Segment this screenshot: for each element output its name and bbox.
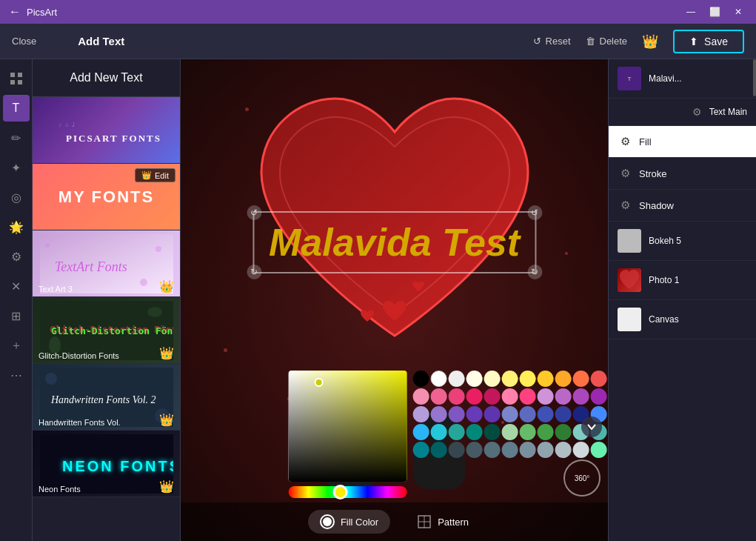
layer-setting-shadow[interactable]: ⚙ Shadow bbox=[609, 190, 756, 222]
gradient-handle[interactable] bbox=[314, 378, 323, 387]
minimize-button[interactable]: — bbox=[682, 3, 700, 21]
swatch-bluegray1[interactable] bbox=[448, 442, 464, 458]
swatch-bluegray4[interactable] bbox=[501, 442, 518, 458]
swatch-accent-pink[interactable] bbox=[519, 388, 535, 405]
swatch-lightpink[interactable] bbox=[501, 388, 518, 405]
tool-add[interactable]: ＋ bbox=[3, 332, 30, 359]
reset-button[interactable]: ↺ Reset bbox=[533, 36, 571, 47]
scroll-down-button[interactable] bbox=[581, 416, 602, 437]
swatch-lightyellow[interactable] bbox=[466, 371, 482, 387]
tool-selection[interactable]: ⊞ bbox=[3, 302, 30, 329]
hue-slider[interactable] bbox=[288, 486, 407, 498]
add-new-text-label[interactable]: Add New Text bbox=[33, 59, 180, 97]
swatch-green2[interactable] bbox=[537, 424, 553, 440]
maximize-button[interactable]: ⬜ bbox=[706, 3, 723, 21]
layer-setting-stroke[interactable]: ⚙ Stroke bbox=[609, 158, 756, 190]
swatch-lightbluegray[interactable] bbox=[555, 442, 571, 458]
color-gradient-picker[interactable] bbox=[288, 371, 407, 482]
swatch-indigo2[interactable] bbox=[501, 406, 518, 422]
swatch-cyan1[interactable] bbox=[412, 424, 429, 440]
swatch-lightblue2[interactable] bbox=[572, 442, 589, 458]
swatch-amber[interactable] bbox=[537, 371, 553, 387]
tool-adjust[interactable]: ⚙ bbox=[3, 243, 30, 270]
swatch-violet3[interactable] bbox=[466, 406, 482, 422]
tool-text[interactable]: T bbox=[3, 95, 30, 122]
swatch-blue2[interactable] bbox=[555, 406, 571, 422]
font-item-neon[interactable]: NEON FONTS Neon Fonts 👑 bbox=[33, 431, 180, 497]
gear-icon-fill[interactable]: ⚙ bbox=[620, 135, 630, 148]
edit-myfonts-button[interactable]: 👑 Edit bbox=[135, 168, 175, 182]
layer-item-text[interactable]: T Malavi... bbox=[609, 59, 756, 99]
hue-handle[interactable] bbox=[333, 485, 348, 499]
swatch-cyan2[interactable] bbox=[430, 424, 446, 440]
swatch-pink3[interactable] bbox=[448, 388, 464, 405]
swatch-pink5[interactable] bbox=[484, 388, 500, 405]
fill-color-tab[interactable]: Fill Color bbox=[308, 510, 390, 534]
swatch-purple3[interactable] bbox=[572, 388, 589, 405]
swatch-darkercyan[interactable] bbox=[430, 442, 446, 458]
layer-item-bokeh[interactable]: Bokeh 5 bbox=[609, 222, 756, 261]
font-item-myfonts[interactable]: MY FONTS 👑 Edit bbox=[33, 164, 180, 230]
swatch-yellow2[interactable] bbox=[501, 371, 518, 387]
swatch-indigo3[interactable] bbox=[519, 406, 535, 422]
handle-rotate-br[interactable]: ↻ bbox=[527, 265, 542, 279]
swatch-teal1[interactable] bbox=[448, 424, 464, 440]
font-item-textart[interactable]: TextArt Fonts Text Art 3 👑 bbox=[33, 230, 180, 297]
swatch-pink4[interactable] bbox=[466, 388, 482, 405]
handle-rotate-bl[interactable]: ↻ bbox=[247, 265, 261, 279]
swatch-deeporange[interactable] bbox=[572, 371, 589, 387]
scrollbar-thumb[interactable] bbox=[753, 59, 756, 96]
swatch-violet1[interactable] bbox=[430, 406, 446, 422]
delete-button[interactable]: 🗑 Delete bbox=[586, 36, 628, 47]
swatch-lightgreen2[interactable] bbox=[590, 442, 606, 458]
font-item-picsart[interactable]: ♪ ♫ ♩ PICSART FONTS bbox=[33, 97, 180, 164]
back-icon[interactable]: ← bbox=[9, 5, 21, 19]
swatch-purple2[interactable] bbox=[555, 388, 571, 405]
swatch-darkteal[interactable] bbox=[484, 424, 500, 440]
swatch-yellow3[interactable] bbox=[519, 371, 535, 387]
swatch-lavender[interactable] bbox=[412, 406, 429, 422]
swatch-purple4[interactable] bbox=[590, 388, 606, 405]
layer-item-photo[interactable]: Photo 1 bbox=[609, 261, 756, 300]
swatch-gray1[interactable] bbox=[519, 442, 535, 458]
handle-rotate-tr[interactable]: ↺ bbox=[527, 205, 542, 220]
tool-shapes[interactable]: ◎ bbox=[3, 184, 30, 210]
swatch-lightgreen[interactable] bbox=[501, 424, 518, 440]
layer-setting-fill[interactable]: ⚙ Fill bbox=[609, 126, 756, 158]
font-item-handwritten[interactable]: Handwritten Fonts Vol. 2 Handwritten Fon… bbox=[33, 364, 180, 431]
layer-item-text-main[interactable]: ⚙ Text Main bbox=[609, 99, 756, 126]
close-button[interactable]: Close bbox=[12, 36, 36, 47]
swatch-blue1[interactable] bbox=[537, 406, 553, 422]
gear-icon-shadow[interactable]: ⚙ bbox=[620, 199, 630, 212]
swatch-darkcyan[interactable] bbox=[412, 442, 429, 458]
gear-icon-text-main[interactable]: ⚙ bbox=[692, 106, 702, 118]
save-button[interactable]: ⬆ Save bbox=[673, 30, 744, 53]
tool-more[interactable]: ⋯ bbox=[3, 362, 30, 388]
swatch-white[interactable] bbox=[430, 371, 446, 387]
swatch-bluegray2[interactable] bbox=[466, 442, 482, 458]
swatch-indigo1[interactable] bbox=[484, 406, 500, 422]
tool-stickers[interactable]: 🌟 bbox=[3, 213, 30, 240]
swatch-orange1[interactable] bbox=[555, 371, 571, 387]
swatch-pink1[interactable] bbox=[412, 388, 429, 405]
window-close-button[interactable]: ✕ bbox=[729, 3, 747, 21]
swatch-yellow1[interactable] bbox=[484, 371, 500, 387]
swatch-pink2[interactable] bbox=[430, 388, 446, 405]
gear-icon-stroke[interactable]: ⚙ bbox=[620, 167, 630, 180]
swatch-green1[interactable] bbox=[519, 424, 535, 440]
swatch-black[interactable] bbox=[412, 371, 429, 387]
text-selection-box[interactable]: ↺ ↺ ↻ ↻ Malavida Test bbox=[252, 211, 536, 273]
swatch-purple1[interactable] bbox=[537, 388, 553, 405]
swatch-bluegray3[interactable] bbox=[484, 442, 500, 458]
swatch-teal2[interactable] bbox=[466, 424, 482, 440]
tool-eraser[interactable]: ✕ bbox=[3, 273, 30, 299]
tool-draw[interactable]: ✏ bbox=[3, 125, 30, 151]
swatch-lightgray[interactable] bbox=[448, 371, 464, 387]
swatch-red1[interactable] bbox=[590, 371, 606, 387]
tool-grid[interactable] bbox=[3, 65, 30, 92]
pattern-tab[interactable]: Pattern bbox=[405, 510, 481, 534]
font-item-glitch[interactable]: Glitch-Distortion Fönts Glitch-Distortio… bbox=[33, 297, 180, 364]
swatch-gray2[interactable] bbox=[537, 442, 553, 458]
swatch-darkgreen[interactable] bbox=[555, 424, 571, 440]
handle-rotate-tl[interactable]: ↺ bbox=[247, 205, 261, 220]
